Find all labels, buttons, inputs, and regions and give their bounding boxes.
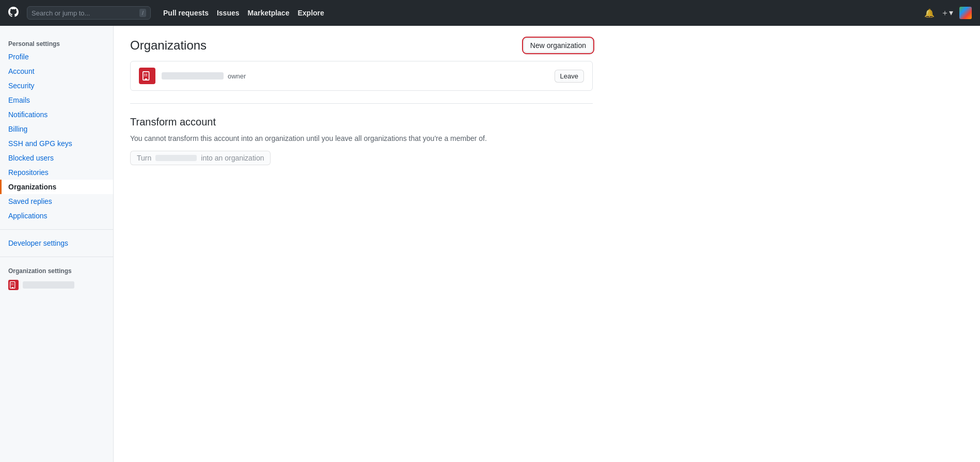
- slash-shortcut: /: [139, 9, 146, 17]
- navbar: / Pull requests Issues Marketplace Explo…: [0, 0, 980, 26]
- sidebar-divider-1: [0, 229, 113, 230]
- nav-explore[interactable]: Explore: [297, 9, 324, 17]
- main-content: Organizations New organization owner Lea…: [114, 26, 609, 462]
- sidebar-item-account[interactable]: Account: [0, 64, 113, 78]
- sidebar-item-billing[interactable]: Billing: [0, 122, 113, 136]
- sidebar-item-saved-replies[interactable]: Saved replies: [0, 194, 113, 209]
- sidebar-item-security[interactable]: Security: [0, 78, 113, 93]
- transform-title: Transform account: [130, 116, 593, 128]
- bell-icon[interactable]: 🔔: [924, 8, 935, 18]
- plus-icon[interactable]: ＋▾: [941, 8, 953, 19]
- transform-description: You cannot transform this account into a…: [130, 134, 593, 142]
- transform-section: Transform account You cannot transform t…: [130, 103, 593, 165]
- new-organization-button[interactable]: New organization: [524, 38, 593, 53]
- page-title: Organizations: [130, 38, 207, 53]
- org-role-label: owner: [228, 72, 246, 80]
- sidebar-item-repositories[interactable]: Repositories: [0, 165, 113, 180]
- turn-into-org-button[interactable]: Turn into an organization: [130, 151, 271, 165]
- content-header: Organizations New organization: [130, 38, 593, 53]
- sidebar-item-ssh-gpg[interactable]: SSH and GPG keys: [0, 136, 113, 151]
- search-input[interactable]: [31, 9, 135, 17]
- turn-account-name-blurred: [155, 155, 197, 161]
- sidebar-org-name: [23, 281, 74, 289]
- org-avatar-icon: [8, 280, 19, 290]
- navbar-links: Pull requests Issues Marketplace Explore: [163, 9, 324, 17]
- sidebar: Personal settings Profile Account Securi…: [0, 26, 114, 462]
- sidebar-item-developer-settings[interactable]: Developer settings: [0, 236, 113, 250]
- sidebar-item-notifications[interactable]: Notifications: [0, 107, 113, 122]
- nav-marketplace[interactable]: Marketplace: [248, 9, 290, 17]
- sidebar-divider-2: [0, 257, 113, 257]
- nav-issues[interactable]: Issues: [217, 9, 240, 17]
- turn-prefix: Turn: [137, 154, 151, 162]
- sidebar-item-profile[interactable]: Profile: [0, 50, 113, 64]
- org-card-name: owner: [162, 72, 548, 80]
- org-name-blurred: [162, 72, 224, 79]
- navbar-right: 🔔 ＋▾: [924, 7, 972, 19]
- personal-settings-label: Personal settings: [0, 36, 113, 50]
- github-logo[interactable]: [8, 7, 19, 20]
- sidebar-org-item[interactable]: [0, 277, 113, 293]
- nav-pull-requests[interactable]: Pull requests: [163, 9, 209, 17]
- user-avatar[interactable]: [959, 7, 972, 19]
- sidebar-item-organizations[interactable]: Organizations: [0, 180, 113, 194]
- sidebar-item-applications[interactable]: Applications: [0, 209, 113, 223]
- turn-suffix: into an organization: [201, 154, 264, 162]
- leave-org-button[interactable]: Leave: [555, 70, 584, 83]
- page-layout: Personal settings Profile Account Securi…: [0, 26, 980, 462]
- search-bar[interactable]: /: [27, 6, 151, 20]
- org-card: owner Leave: [130, 61, 593, 91]
- sidebar-item-emails[interactable]: Emails: [0, 93, 113, 107]
- org-card-avatar: [139, 68, 155, 84]
- sidebar-item-blocked-users[interactable]: Blocked users: [0, 151, 113, 165]
- org-settings-label: Organization settings: [0, 263, 113, 277]
